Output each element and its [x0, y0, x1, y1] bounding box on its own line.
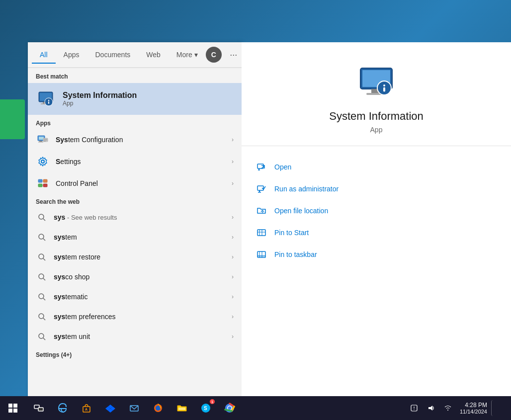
svg-text:S: S [204, 406, 207, 411]
mail-icon[interactable] [123, 397, 145, 419]
svg-point-32 [39, 334, 44, 338]
svg-line-33 [43, 338, 45, 340]
tab-web[interactable]: Web [138, 47, 169, 64]
system-config-icon [36, 133, 50, 147]
action-pin-taskbar[interactable]: Pin to taskbar [252, 244, 501, 265]
svg-rect-17 [43, 179, 47, 182]
chevron-right-icon: › [232, 136, 234, 143]
web-item-sys-results[interactable]: sys - See web results › [28, 207, 242, 227]
tab-documents[interactable]: Documents [87, 47, 138, 64]
green-sidebar-sliver [0, 99, 25, 139]
web-item-system-unit[interactable]: system unit › [28, 327, 242, 346]
firefox-icon[interactable] [147, 397, 169, 419]
svg-rect-55 [257, 252, 265, 257]
control-panel-icon [36, 176, 50, 190]
web-item-sysco-shop[interactable]: sysco shop › [28, 267, 242, 287]
chevron-right-web-7: › [232, 333, 234, 340]
pin-taskbar-label: Pin to taskbar [274, 251, 317, 258]
network-icon[interactable] [440, 400, 456, 416]
search-icon-4 [36, 271, 48, 283]
action-pin-start[interactable]: Pin to Start [252, 222, 501, 244]
web-item-system[interactable]: system › [28, 227, 242, 247]
svg-rect-16 [38, 179, 42, 182]
right-panel-app-name: System Information [329, 110, 424, 123]
svg-point-41 [383, 84, 385, 86]
svg-rect-59 [8, 404, 12, 408]
svg-rect-8 [39, 137, 44, 140]
taskbar: A [0, 396, 511, 420]
action-run-as-admin[interactable]: Run as administrator [252, 178, 501, 200]
svg-line-31 [43, 318, 45, 320]
edge-icon[interactable] [52, 397, 74, 419]
settings-icon [36, 155, 50, 168]
svg-point-28 [39, 294, 44, 299]
best-match-item[interactable]: System Information App [28, 83, 242, 115]
search-icon-1 [36, 211, 48, 223]
action-open[interactable]: Open [252, 156, 501, 178]
pin-start-label: Pin to Start [274, 229, 309, 237]
clock[interactable]: 4:28 PM 11/14/2024 [460, 402, 487, 415]
web-search-label: Search the web [28, 194, 242, 207]
chevron-right-web-6: › [232, 313, 234, 320]
svg-rect-60 [13, 404, 17, 408]
svg-line-21 [43, 219, 45, 221]
tray-icons [406, 400, 456, 416]
show-desktop-button[interactable] [491, 400, 507, 416]
taskbar-icons: A [28, 397, 241, 419]
search-icon-6 [36, 311, 48, 323]
more-options-button[interactable]: ··· [226, 47, 242, 63]
best-match-label: Best match [28, 68, 242, 83]
chevron-down-icon: ▾ [194, 51, 198, 59]
web-item-system-preferences[interactable]: system preferences › [28, 307, 242, 327]
svg-rect-51 [257, 230, 265, 236]
chevron-right-web-3: › [232, 253, 234, 260]
svg-point-30 [39, 314, 44, 319]
tab-all[interactable]: All [32, 47, 56, 64]
svg-point-15 [41, 160, 44, 163]
chrome-icon[interactable] [219, 397, 241, 419]
action-open-file-location[interactable]: Open file location [252, 200, 501, 222]
dropbox-icon[interactable] [99, 397, 121, 419]
svg-point-26 [39, 274, 44, 279]
web-item-text-5: systematic [54, 293, 226, 301]
task-view-icon[interactable] [28, 397, 50, 419]
file-explorer-icon[interactable] [171, 397, 193, 419]
tray-icon-1[interactable] [406, 400, 422, 416]
search-icon-3 [36, 251, 48, 263]
web-item-text-6: system preferences [54, 313, 226, 321]
web-item-systematic[interactable]: systematic › [28, 287, 242, 307]
system-info-icon [36, 89, 56, 109]
web-item-text-4: sysco shop [54, 273, 226, 281]
app-control-panel[interactable]: Control Panel › [28, 172, 242, 194]
time: 4:28 PM [460, 402, 487, 409]
tab-apps[interactable]: Apps [56, 47, 87, 64]
tab-more[interactable]: More ▾ [169, 47, 206, 63]
right-panel-app-type: App [370, 126, 383, 134]
svg-line-46 [261, 166, 264, 168]
skype-icon[interactable]: S 1 [195, 397, 217, 419]
chevron-right-web-2: › [232, 234, 234, 241]
svg-line-25 [43, 258, 45, 260]
web-item-system-restore[interactable]: system restore › [28, 247, 242, 267]
tabs-left: All Apps Documents Web More ▾ [32, 47, 206, 63]
chevron-right-web-4: › [232, 273, 234, 280]
svg-text:A: A [85, 408, 87, 411]
svg-rect-9 [39, 141, 42, 142]
start-button[interactable] [0, 396, 26, 420]
svg-rect-48 [259, 190, 260, 192]
web-item-text-3: system restore [54, 253, 226, 261]
svg-rect-6 [48, 101, 49, 104]
search-icon-7 [36, 331, 48, 342]
volume-icon[interactable] [423, 400, 439, 416]
store-icon[interactable]: A [76, 397, 97, 419]
pin-start-icon [256, 227, 267, 239]
user-avatar[interactable]: C [206, 47, 222, 63]
skype-badge: 1 [211, 400, 213, 404]
best-match-text: System Information App [63, 91, 137, 107]
run-as-admin-label: Run as administrator [274, 185, 339, 193]
app-settings[interactable]: Settings › [28, 151, 242, 172]
app-system-configuration[interactable]: System Configuration › [28, 129, 242, 151]
svg-point-20 [39, 214, 44, 219]
svg-point-82 [414, 409, 415, 410]
svg-line-27 [43, 278, 45, 280]
